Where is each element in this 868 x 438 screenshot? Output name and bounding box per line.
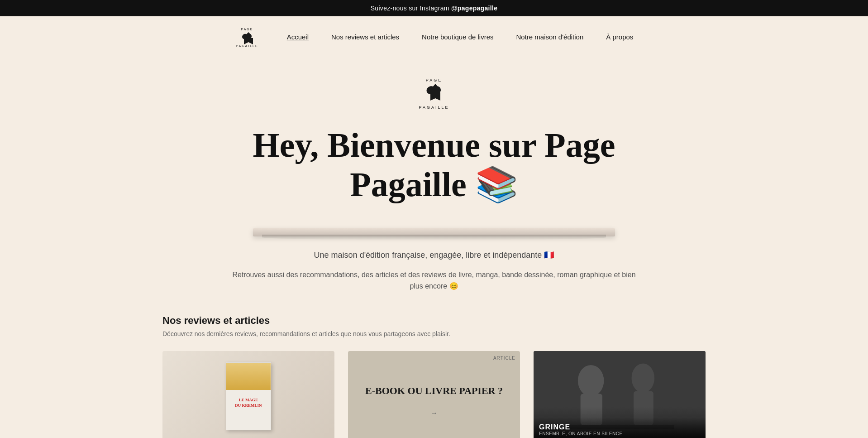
svg-text:PAGAILLE: PAGAILLE	[236, 44, 258, 48]
nav-item-accueil[interactable]: Accueil	[287, 33, 309, 41]
cards-container: LE MAGEDU KREMLIN ARTICLE E-BOOK OU LIVR…	[162, 351, 706, 438]
hero-title: Hey, Bienvenue sur Page Pagaille 📚	[230, 125, 638, 205]
reviews-section: Nos reviews et articles Découvrez nos de…	[162, 315, 706, 438]
shelf-decoration	[253, 209, 615, 236]
center-logo: PAGE PAGAILLE	[416, 76, 452, 112]
gringe-text-overlay: GRINGE ENSEMBLE, ON ABOIE EN SILENCE	[534, 418, 706, 438]
banner-handle: @pagepagaille	[451, 5, 497, 12]
ebook-title: E-BOOK OU LIVRE PAPIER ?	[356, 375, 512, 407]
nav-logo[interactable]: PAGE PAGAILLE	[235, 24, 260, 49]
svg-text:PAGAILLE: PAGAILLE	[419, 105, 449, 110]
ebook-arrow: →	[356, 409, 512, 417]
nav-link-accueil[interactable]: Accueil	[287, 33, 309, 41]
card-ebook[interactable]: ARTICLE E-BOOK OU LIVRE PAPIER ? →	[348, 351, 520, 438]
gringe-name: GRINGE	[539, 423, 700, 431]
nav-item-apropos[interactable]: À propos	[606, 33, 633, 41]
card-ebook-image: ARTICLE E-BOOK OU LIVRE PAPIER ? →	[348, 351, 520, 438]
reviews-section-title: Nos reviews et articles	[162, 315, 706, 327]
card-gringe-image: GRINGE ENSEMBLE, ON ABOIE EN SILENCE	[534, 351, 706, 438]
center-logo-icon: PAGE PAGAILLE	[416, 76, 452, 112]
hero-subtitle-1: Une maison d'édition française, engagée,…	[314, 250, 554, 260]
book-cover-mage: LE MAGEDU KREMLIN	[226, 362, 271, 430]
logo-icon: PAGE PAGAILLE	[235, 24, 260, 49]
nav-link-edition[interactable]: Notre maison d'édition	[516, 33, 584, 41]
book-cover-mage-title: LE MAGEDU KREMLIN	[235, 398, 262, 408]
hero-subtitle-2: Retrouves aussi des recommandations, des…	[230, 269, 638, 292]
nav-item-reviews[interactable]: Nos reviews et articles	[331, 33, 399, 41]
banner-text: Suivez-nous sur Instagram	[371, 5, 451, 12]
nav-link-reviews[interactable]: Nos reviews et articles	[331, 33, 399, 41]
svg-text:PAGE: PAGE	[241, 28, 253, 31]
article-label: ARTICLE	[493, 356, 515, 361]
gringe-subtitle: ENSEMBLE, ON ABOIE EN SILENCE	[539, 431, 700, 436]
nav-link-apropos[interactable]: À propos	[606, 33, 633, 41]
card-mage-kremlin[interactable]: LE MAGEDU KREMLIN	[162, 351, 334, 438]
main-content: PAGE PAGAILLE Hey, Bienvenue sur Page Pa…	[0, 58, 868, 438]
svg-text:PAGE: PAGE	[426, 78, 442, 82]
navbar: PAGE PAGAILLE Accueil Nos reviews et art…	[0, 16, 868, 58]
card-mage-kremlin-image: LE MAGEDU KREMLIN	[162, 351, 334, 438]
shelf-shadow	[262, 235, 606, 240]
reviews-section-subtitle: Découvrez nos dernières reviews, recomma…	[162, 330, 706, 337]
card-gringe[interactable]: GRINGE ENSEMBLE, ON ABOIE EN SILENCE	[534, 351, 706, 438]
nav-item-edition[interactable]: Notre maison d'édition	[516, 33, 584, 41]
nav-links: Accueil Nos reviews et articles Notre bo…	[287, 33, 634, 41]
svg-point-5	[578, 365, 604, 396]
nav-item-boutique[interactable]: Notre boutique de livres	[422, 33, 493, 41]
svg-point-7	[631, 363, 654, 392]
ebook-content: E-BOOK OU LIVRE PAPIER ? →	[356, 375, 512, 417]
nav-link-boutique[interactable]: Notre boutique de livres	[422, 33, 493, 41]
top-banner: Suivez-nous sur Instagram @pagepagaille	[0, 0, 868, 16]
